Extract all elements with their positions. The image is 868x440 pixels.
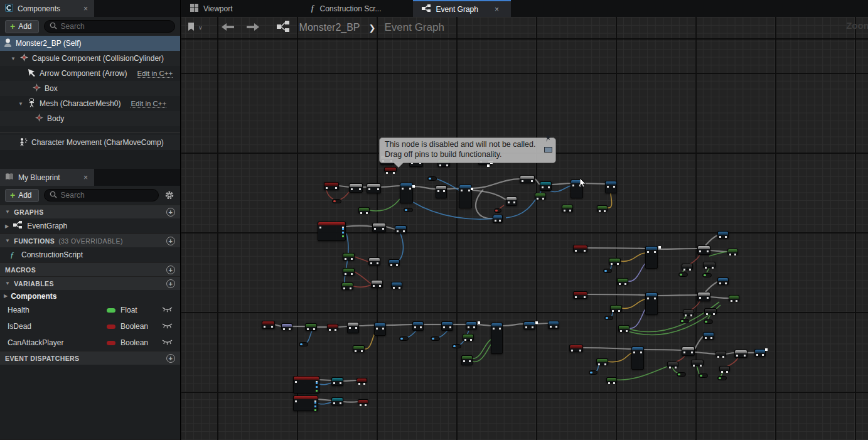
variable-getter-pill[interactable] — [717, 376, 727, 380]
breadcrumb-parent[interactable]: Monster2_BP — [299, 22, 360, 33]
variable-row-health[interactable]: HealthFloat — [0, 302, 180, 318]
graph-node[interactable] — [617, 278, 628, 285]
graph-node[interactable] — [520, 175, 535, 183]
expander-arrow-icon[interactable]: ▼ — [5, 209, 10, 215]
event-graph-canvas[interactable]: ∨ Monster2_BP ❯ Event Graph Zoom This no… — [181, 17, 868, 440]
blueprint-item-eventgraph[interactable]: ▶EventGraph — [0, 218, 180, 233]
edit-in-cpp-link[interactable]: Edit in C++ — [137, 70, 173, 78]
add-circle-icon[interactable]: + — [166, 208, 175, 217]
variable-getter-pill[interactable] — [702, 273, 712, 277]
add-circle-icon[interactable]: + — [166, 266, 175, 274]
settings-gear-icon[interactable] — [164, 190, 175, 200]
graph-node[interactable] — [371, 280, 383, 288]
graph-node[interactable] — [606, 377, 617, 383]
variable-getter-pill[interactable] — [404, 208, 413, 212]
section-header-event-dispatchers[interactable]: EVENT DISPATCHERS+ — [0, 351, 180, 365]
event-node[interactable] — [293, 395, 318, 411]
forward-arrow-icon[interactable] — [247, 22, 259, 33]
variable-getter-pill[interactable] — [678, 272, 688, 277]
graph-node[interactable] — [704, 308, 717, 314]
expander-arrow-icon[interactable]: ▼ — [5, 281, 10, 286]
graph-node[interactable] — [691, 360, 704, 366]
event-node[interactable] — [327, 324, 338, 330]
pin-icon[interactable] — [544, 134, 552, 145]
tab-my-blueprint[interactable]: My Blueprint × — [0, 169, 94, 186]
graph-node[interactable] — [734, 350, 747, 358]
variable-getter-pill[interactable] — [494, 208, 501, 213]
graph-node[interactable] — [372, 223, 386, 232]
event-node[interactable] — [324, 182, 339, 190]
graph-node[interactable] — [331, 377, 343, 386]
graph-node[interactable] — [349, 183, 363, 193]
variable-getter-pill[interactable] — [332, 199, 341, 203]
event-node[interactable] — [569, 345, 583, 352]
graph-node[interactable] — [523, 321, 535, 330]
graph-node[interactable] — [645, 292, 658, 315]
graph-node[interactable] — [540, 181, 552, 191]
expander-arrow-icon[interactable]: ▼ — [18, 101, 24, 107]
graph-node[interactable] — [703, 262, 715, 268]
my-blueprint-search-input[interactable]: Search — [44, 189, 159, 201]
variable-getter-pill[interactable] — [704, 319, 713, 324]
blueprint-item-constructionscript[interactable]: ƒConstructionScript — [0, 247, 180, 262]
add-circle-icon[interactable]: + — [166, 237, 175, 245]
graph-node[interactable] — [697, 245, 710, 255]
variable-group-components[interactable]: ▶Components — [0, 290, 180, 302]
graph-node[interactable] — [441, 321, 453, 331]
graph-node[interactable] — [412, 321, 424, 331]
event-node[interactable] — [573, 291, 587, 299]
bookmark-icon[interactable] — [188, 22, 195, 34]
graph-node[interactable] — [703, 332, 714, 340]
graph-node[interactable] — [683, 309, 694, 316]
variable-getter-pill[interactable] — [431, 336, 440, 341]
section-header-graphs[interactable]: ▼GRAPHS+ — [0, 205, 180, 218]
eye-closed-icon[interactable] — [162, 338, 173, 347]
graph-node[interactable] — [491, 323, 503, 354]
graph-node[interactable] — [353, 345, 365, 352]
tab-viewport[interactable]: Viewport — [181, 0, 241, 17]
back-arrow-icon[interactable] — [222, 22, 234, 33]
expander-arrow-icon[interactable]: ▶ — [4, 293, 8, 299]
graph-node[interactable] — [388, 259, 400, 266]
graph-node[interactable] — [331, 397, 343, 405]
graph-node[interactable] — [610, 305, 622, 312]
close-icon[interactable]: × — [495, 5, 499, 14]
add-blueprint-item-button[interactable]: + Add — [5, 189, 39, 202]
variable-row-canattackplayer[interactable]: CanAttackPlayerBoolean — [0, 335, 180, 351]
graph-node[interactable] — [729, 295, 739, 301]
graph-node[interactable] — [754, 349, 766, 357]
event-node[interactable] — [356, 378, 367, 383]
graph-node[interactable] — [667, 362, 678, 367]
variable-getter-pill[interactable] — [699, 373, 708, 378]
component-row-capsule[interactable]: ▼Capsule Component (CollisionCylinder) — [0, 51, 180, 66]
graph-node[interactable] — [368, 257, 380, 266]
event-node[interactable] — [293, 376, 319, 394]
graph-node[interactable] — [717, 277, 729, 285]
variable-getter-pill[interactable] — [427, 176, 437, 181]
graph-node[interactable] — [715, 351, 726, 357]
component-row-arrow[interactable]: Arrow Component (Arrow)Edit in C++ — [0, 66, 180, 81]
graph-node[interactable] — [343, 268, 355, 276]
variable-getter-pill[interactable] — [680, 319, 689, 323]
section-header-macros[interactable]: MACROS+ — [0, 262, 180, 276]
graph-node[interactable] — [609, 258, 621, 265]
graph-node[interactable] — [466, 321, 477, 330]
variable-getter-pill[interactable] — [299, 342, 308, 346]
graph-node[interactable] — [493, 215, 503, 223]
event-node[interactable] — [573, 245, 587, 252]
graph-node[interactable] — [562, 205, 573, 212]
variable-getter-pill[interactable] — [589, 370, 597, 375]
graph-node[interactable] — [697, 292, 710, 301]
graph-node[interactable] — [461, 355, 473, 365]
component-row-mesh[interactable]: ▼Mesh (CharacterMesh0)Edit in C++ — [0, 96, 180, 111]
expander-arrow-icon[interactable]: ▼ — [5, 238, 10, 244]
graph-node[interactable] — [400, 183, 413, 203]
graph-node[interactable] — [367, 183, 381, 193]
add-component-button[interactable]: + Add — [5, 20, 39, 33]
component-row-box[interactable]: Box — [0, 81, 180, 96]
event-node[interactable] — [358, 399, 368, 404]
graph-node[interactable] — [727, 249, 738, 255]
graph-node[interactable] — [717, 231, 729, 239]
chevron-down-icon[interactable]: ∨ — [198, 24, 203, 31]
graph-node[interactable] — [281, 323, 292, 330]
